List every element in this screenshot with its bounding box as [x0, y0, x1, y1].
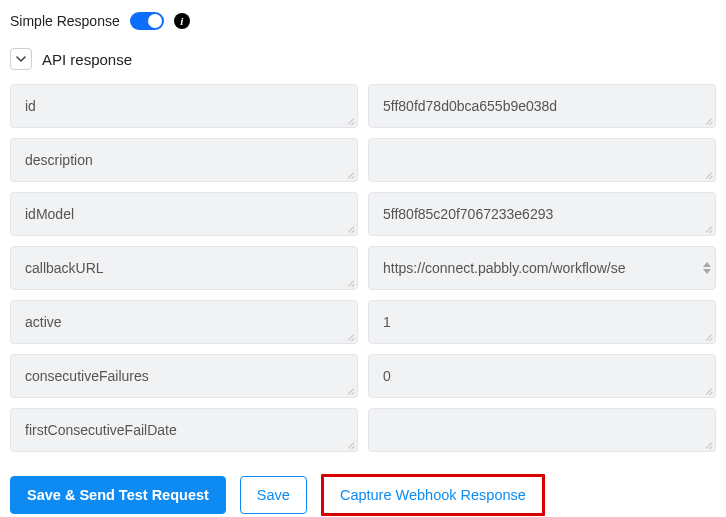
field-row: callbackURL https://connect.pabbly.com/w… [10, 246, 716, 290]
chevron-down-icon [16, 54, 26, 64]
simple-response-label: Simple Response [10, 13, 120, 29]
capture-highlight: Capture Webhook Response [321, 474, 545, 516]
fields-container: id 5ff80fd78d0bca655b9e038d description … [10, 84, 716, 452]
info-icon[interactable]: i [174, 13, 190, 29]
field-key[interactable]: active [10, 300, 358, 344]
capture-webhook-response-button[interactable]: Capture Webhook Response [330, 479, 536, 511]
buttons-row: Save & Send Test Request Save Capture We… [10, 474, 716, 516]
field-key[interactable]: idModel [10, 192, 358, 236]
field-value[interactable]: 5ff80fd78d0bca655b9e038d [368, 84, 716, 128]
field-row: description [10, 138, 716, 182]
field-value[interactable] [368, 408, 716, 452]
field-row: active 1 [10, 300, 716, 344]
scroll-arrows-icon [703, 262, 711, 274]
field-value[interactable]: 1 [368, 300, 716, 344]
save-button[interactable]: Save [240, 476, 307, 514]
save-send-test-request-button[interactable]: Save & Send Test Request [10, 476, 226, 514]
section-title: API response [42, 51, 132, 68]
simple-response-row: Simple Response i [10, 12, 716, 30]
field-key[interactable]: consecutiveFailures [10, 354, 358, 398]
field-row: firstConsecutiveFailDate [10, 408, 716, 452]
field-value[interactable]: 5ff80f85c20f7067233e6293 [368, 192, 716, 236]
field-key[interactable]: id [10, 84, 358, 128]
field-row: idModel 5ff80f85c20f7067233e6293 [10, 192, 716, 236]
field-key[interactable]: description [10, 138, 358, 182]
simple-response-toggle[interactable] [130, 12, 164, 30]
field-value[interactable] [368, 138, 716, 182]
collapse-toggle[interactable] [10, 48, 32, 70]
field-key[interactable]: firstConsecutiveFailDate [10, 408, 358, 452]
api-response-section-header: API response [10, 48, 716, 70]
field-row: id 5ff80fd78d0bca655b9e038d [10, 84, 716, 128]
field-key[interactable]: callbackURL [10, 246, 358, 290]
field-row: consecutiveFailures 0 [10, 354, 716, 398]
field-value[interactable]: https://connect.pabbly.com/workflow/se [368, 246, 716, 290]
field-value[interactable]: 0 [368, 354, 716, 398]
